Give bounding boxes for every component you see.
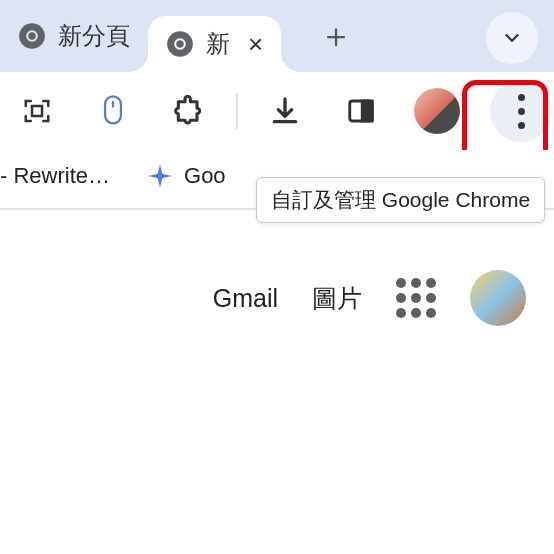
- menu-tooltip: 自訂及管理 Google Chrome: [256, 177, 545, 223]
- svg-point-5: [176, 40, 183, 47]
- bookmark-item[interactable]: Goo: [146, 162, 226, 190]
- ntp-shortcuts: Gmail 圖片: [0, 270, 554, 326]
- chrome-icon: [18, 22, 46, 50]
- chrome-menu-button[interactable]: [490, 80, 552, 142]
- tab-active[interactable]: 新 ×: [148, 16, 281, 72]
- mouse-icon[interactable]: [90, 88, 136, 134]
- svg-rect-10: [362, 101, 372, 121]
- tab-title: 新分頁: [58, 20, 130, 52]
- svg-point-2: [28, 32, 35, 39]
- toolbar: [0, 72, 554, 150]
- tab-strip: 新分頁 新 × ＋: [0, 0, 554, 72]
- svg-rect-6: [32, 106, 42, 116]
- sidepanel-icon[interactable]: [338, 88, 384, 134]
- apps-grid-icon[interactable]: [396, 278, 436, 318]
- bookmark-label: Goo: [184, 163, 226, 189]
- bookmark-label: - Rewrite…: [0, 163, 110, 189]
- menu-dot-icon: [518, 108, 525, 115]
- profile-avatar[interactable]: [470, 270, 526, 326]
- profile-avatar-small[interactable]: [414, 88, 460, 134]
- downloads-icon[interactable]: [262, 88, 308, 134]
- close-icon[interactable]: ×: [242, 29, 263, 60]
- tab-inactive[interactable]: 新分頁: [0, 8, 148, 64]
- menu-dot-icon: [518, 94, 525, 101]
- fullscreen-icon[interactable]: [14, 88, 60, 134]
- extensions-icon[interactable]: [166, 88, 212, 134]
- chrome-icon: [166, 30, 194, 58]
- images-link[interactable]: 圖片: [312, 282, 362, 315]
- separator: [236, 93, 238, 129]
- svg-rect-7: [105, 96, 121, 123]
- menu-dot-icon: [518, 122, 525, 129]
- tab-title: 新: [206, 28, 230, 60]
- gemini-icon: [146, 162, 174, 190]
- new-tab-button[interactable]: ＋: [319, 13, 353, 59]
- bookmark-item[interactable]: - Rewrite…: [0, 163, 110, 189]
- tab-search-button[interactable]: [486, 12, 538, 64]
- gmail-link[interactable]: Gmail: [213, 284, 278, 313]
